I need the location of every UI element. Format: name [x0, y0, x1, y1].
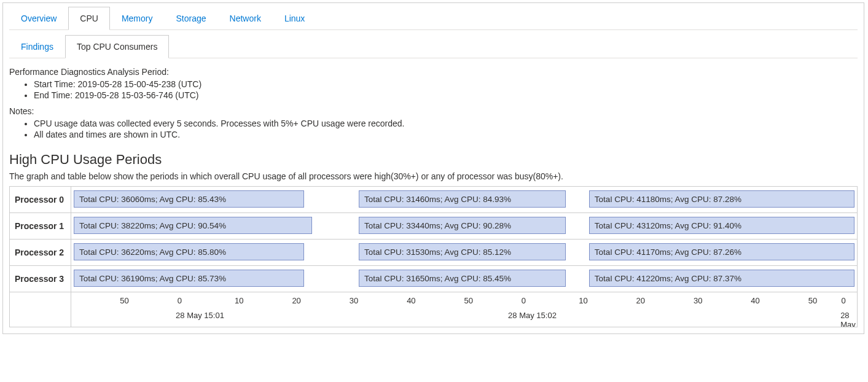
cpu-usage-block[interactable]: Total CPU: 41220ms; Avg CPU: 87.37%	[589, 270, 854, 287]
cpu-usage-block[interactable]: Total CPU: 31460ms; Avg CPU: 84.93%	[359, 190, 566, 208]
processor-lane: Total CPU: 36060ms; Avg CPU: 85.43%Total…	[74, 189, 854, 210]
notes-label: Notes:	[9, 106, 858, 116]
axis-tick: 30	[350, 296, 358, 305]
page: OverviewCPUMemoryStorageNetworkLinux Fin…	[2, 2, 864, 334]
processor-label: Processor 1	[10, 213, 71, 240]
sub-tabs: FindingsTop CPU Consumers	[9, 35, 858, 58]
note-item: CPU usage data was collected every 5 sec…	[34, 119, 858, 128]
axis-tick: 50	[120, 296, 128, 305]
high-cpu-heading: High CPU Usage Periods	[9, 152, 858, 168]
axis-tick: 20	[636, 296, 645, 305]
processor-label: Processor 2	[10, 240, 71, 266]
processor-label: Processor 3	[10, 266, 71, 292]
cpu-usage-block[interactable]: Total CPU: 31530ms; Avg CPU: 85.12%	[359, 243, 566, 260]
axis-tick: 20	[292, 296, 300, 305]
tab-overview[interactable]: Overview	[9, 7, 68, 29]
processor-lane-cell: Total CPU: 38220ms; Avg CPU: 90.54%Total…	[71, 213, 858, 240]
axis-tick: 50	[808, 296, 817, 305]
processor-lane-cell: Total CPU: 36190ms; Avg CPU: 85.73%Total…	[71, 266, 858, 292]
axis-tick: 10	[235, 296, 243, 305]
cpu-usage-block[interactable]: Total CPU: 41180ms; Avg CPU: 87.28%	[589, 190, 854, 208]
analysis-period-label: Performance Diagnostics Analysis Period:	[9, 67, 858, 77]
tab-network[interactable]: Network	[218, 7, 273, 29]
axis-tick: 0	[522, 296, 526, 305]
main-tabs: OverviewCPUMemoryStorageNetworkLinux	[9, 7, 858, 30]
cpu-usage-block[interactable]: Total CPU: 43120ms; Avg CPU: 91.40%	[589, 217, 854, 234]
cpu-usage-block[interactable]: Total CPU: 36220ms; Avg CPU: 85.80%	[74, 243, 304, 260]
cpu-usage-block[interactable]: Total CPU: 33440ms; Avg CPU: 90.28%	[359, 217, 566, 234]
axis-tick: 0	[178, 296, 182, 305]
axis-tick: 40	[751, 296, 759, 305]
tab-memory[interactable]: Memory	[110, 7, 165, 29]
tab-linux[interactable]: Linux	[273, 7, 316, 29]
end-time: End Time: 2019-05-28 15-03-56-746 (UTC)	[34, 90, 858, 100]
processor-lane-cell: Total CPU: 36220ms; Avg CPU: 85.80%Total…	[71, 240, 858, 266]
cpu-usage-block[interactable]: Total CPU: 41170ms; Avg CPU: 87.26%	[589, 243, 854, 260]
tab-cpu[interactable]: CPU	[68, 7, 110, 30]
tab-storage[interactable]: Storage	[164, 7, 217, 29]
axis-tick: 10	[579, 296, 587, 305]
notes-list: CPU usage data was collected every 5 sec…	[9, 119, 858, 139]
start-time: Start Time: 2019-05-28 15-00-45-238 (UTC…	[34, 79, 858, 89]
analysis-period-list: Start Time: 2019-05-28 15-00-45-238 (UTC…	[9, 79, 858, 100]
axis-date-label: 28 May 15:03	[840, 311, 857, 327]
subtab-findings[interactable]: Findings	[9, 35, 65, 58]
axis-tick: 0	[841, 296, 845, 305]
cpu-usage-block[interactable]: Total CPU: 31650ms; Avg CPU: 85.45%	[359, 270, 566, 287]
subtab-topcpu[interactable]: Top CPU Consumers	[65, 35, 170, 58]
processor-lane: Total CPU: 38220ms; Avg CPU: 90.54%Total…	[74, 216, 854, 236]
cpu-usage-block[interactable]: Total CPU: 36190ms; Avg CPU: 85.73%	[74, 270, 304, 287]
axis-date-label: 28 May 15:01	[176, 311, 224, 320]
time-axis: 50010203040500102030405001028 May 15:012…	[71, 292, 857, 327]
axis-tick: 30	[694, 296, 702, 305]
processor-lane-cell: Total CPU: 36060ms; Avg CPU: 85.43%Total…	[71, 187, 858, 213]
processor-timeline-table: Processor 0Total CPU: 36060ms; Avg CPU: …	[9, 186, 858, 327]
cpu-usage-block[interactable]: Total CPU: 38220ms; Avg CPU: 90.54%	[74, 217, 312, 234]
axis-date-label: 28 May 15:02	[508, 311, 557, 320]
note-item: All dates and times are shown in UTC.	[34, 130, 858, 139]
time-axis-cell: 50010203040500102030405001028 May 15:012…	[71, 292, 858, 327]
processor-lane: Total CPU: 36220ms; Avg CPU: 85.80%Total…	[74, 242, 854, 263]
processor-label: Processor 0	[10, 187, 71, 213]
processor-lane: Total CPU: 36190ms; Avg CPU: 85.73%Total…	[74, 268, 854, 289]
axis-tick: 40	[407, 296, 415, 305]
axis-spacer	[10, 292, 71, 327]
cpu-usage-block[interactable]: Total CPU: 36060ms; Avg CPU: 85.43%	[74, 190, 304, 208]
axis-tick: 50	[464, 296, 473, 305]
high-cpu-description: The graph and table below show the perio…	[9, 171, 858, 181]
